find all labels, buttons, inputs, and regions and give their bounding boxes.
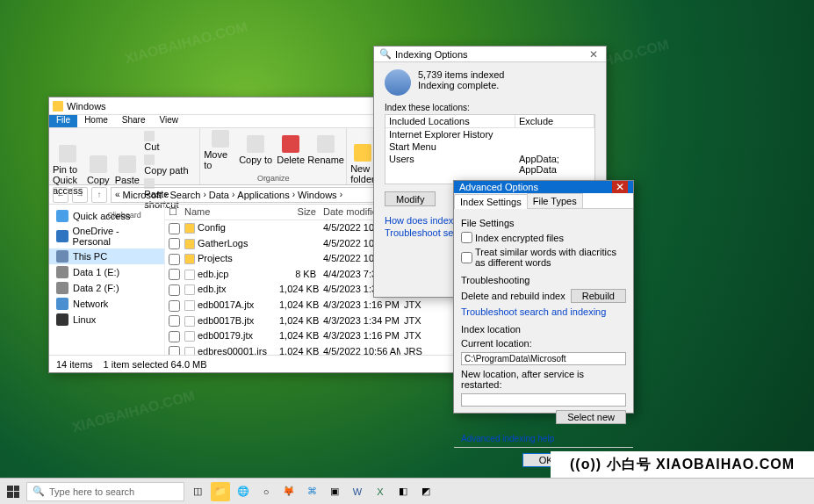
header-size[interactable]: Size (276, 205, 320, 220)
tab-home[interactable]: Home (77, 115, 115, 127)
back-button[interactable]: ← (53, 187, 68, 203)
file-settings-label: File Settings (461, 218, 626, 228)
row-checkbox[interactable] (169, 254, 180, 265)
indexing-title: Indexing Options (395, 49, 468, 60)
group-organize-label: Organize (204, 174, 342, 183)
location-row[interactable]: UsersAppData; AppData (385, 153, 594, 176)
copy-to-icon (247, 135, 264, 153)
breadcrumb-segment[interactable]: Data (209, 190, 229, 200)
tab-file[interactable]: File (49, 115, 77, 127)
advanced-title: Advanced Options (459, 182, 538, 192)
terminal-taskbar-icon[interactable]: ▣ (325, 482, 344, 501)
file-row[interactable]: edb0017B.jtx 1,024 KB 4/3/2023 1:34 PM J… (165, 313, 462, 329)
edge-taskbar-icon[interactable]: 🌐 (234, 482, 253, 501)
index-encrypted-checkbox[interactable] (461, 232, 472, 243)
tab-share[interactable]: Share (115, 115, 153, 127)
nav-item[interactable]: Linux (49, 312, 164, 328)
row-checkbox[interactable] (169, 346, 180, 355)
tab-file-types[interactable]: File Types (527, 193, 583, 208)
new-location-label: New location, after service is restarted… (461, 369, 626, 390)
cut-icon (144, 131, 155, 141)
explorer-taskbar-icon[interactable]: 📁 (211, 482, 230, 501)
copy-icon (90, 155, 107, 173)
advanced-titlebar[interactable]: Advanced Options ✕ (454, 181, 633, 193)
advanced-help-link[interactable]: Advanced indexing help (461, 434, 554, 443)
nav-icon (56, 210, 68, 222)
row-checkbox[interactable] (169, 223, 180, 234)
vscode-taskbar-icon[interactable]: ⌘ (302, 482, 321, 501)
nav-item[interactable]: OneDrive - Personal (49, 224, 164, 248)
start-button[interactable] (4, 482, 23, 501)
troubleshooting-label: Troubleshooting (461, 275, 626, 285)
nav-item[interactable]: This PC (49, 248, 164, 264)
file-icon (184, 347, 195, 355)
file-row[interactable]: edb0017A.jtx 1,024 KB 4/3/2023 1:16 PM J… (165, 298, 462, 313)
folder-icon (184, 223, 195, 234)
task-view-button[interactable]: ◫ (188, 482, 207, 501)
nav-item[interactable]: Quick access (49, 208, 164, 224)
forward-button[interactable]: → (72, 187, 88, 203)
copy-path-button[interactable]: Copy path (142, 154, 196, 176)
index-locations-label: Index these locations: (374, 103, 606, 112)
nav-label: This PC (73, 251, 107, 262)
row-checkbox[interactable] (169, 315, 180, 327)
file-row[interactable]: edb00179.jtx 1,024 KB 4/3/2023 1:16 PM J… (165, 328, 462, 344)
copy-to-button[interactable]: Copy to (239, 130, 272, 170)
index-location-label: Index location (461, 324, 626, 335)
locations-list[interactable]: Included Locations Exclude Internet Expl… (385, 114, 595, 184)
location-row[interactable]: Start Menu (385, 140, 594, 153)
nav-label: Network (73, 299, 108, 309)
move-to-button[interactable]: Move to (204, 130, 237, 170)
delete-button[interactable]: Delete (274, 130, 307, 170)
app-taskbar-icon[interactable]: ◧ (393, 482, 413, 501)
nav-item[interactable]: Data 1 (E:) (49, 264, 164, 280)
current-location-field[interactable] (461, 352, 626, 365)
up-button[interactable]: ↑ (91, 187, 107, 203)
app2-taskbar-icon[interactable]: ◩ (416, 482, 436, 501)
modify-button[interactable]: Modify (385, 191, 436, 206)
chrome-taskbar-icon[interactable]: ○ (256, 482, 276, 501)
select-new-button[interactable]: Select new (556, 410, 626, 424)
row-checkbox[interactable] (169, 300, 180, 312)
indexing-titlebar[interactable]: 🔍 Indexing Options ✕ (374, 47, 606, 62)
firefox-taskbar-icon[interactable]: 🦊 (279, 482, 299, 501)
file-row[interactable]: edbres00001.jrs 1,024 KB 4/5/2022 10:56 … (165, 344, 462, 355)
navigation-pane: Quick access OneDrive - Personal This PC… (49, 205, 165, 355)
breadcrumb-segment[interactable]: Windows (298, 190, 337, 200)
row-checkbox[interactable] (169, 238, 180, 249)
paste-icon (119, 155, 136, 173)
breadcrumb-segment[interactable]: Applications (237, 190, 289, 200)
row-checkbox[interactable] (169, 284, 180, 296)
header-name[interactable]: Name (181, 205, 276, 220)
rename-button[interactable]: Rename (309, 130, 342, 170)
excel-taskbar-icon[interactable]: X (371, 482, 390, 501)
tab-index-settings[interactable]: Index Settings (454, 194, 528, 209)
breadcrumb-path[interactable]: « Microsoft › Search › Data › Applicatio… (111, 187, 385, 203)
advanced-tabs: Index Settings File Types (454, 193, 633, 209)
close-button[interactable]: ✕ (612, 181, 628, 193)
word-taskbar-icon[interactable]: W (348, 482, 367, 501)
window-title: Windows (67, 101, 106, 112)
tab-view[interactable]: View (153, 115, 186, 127)
nav-item[interactable]: Network (49, 296, 164, 312)
cut-button[interactable]: Cut (142, 130, 196, 153)
index-encrypted-label: Index encrypted files (475, 233, 564, 243)
diacritics-checkbox[interactable] (461, 252, 472, 263)
nav-icon (56, 298, 68, 310)
row-checkbox[interactable] (169, 331, 180, 342)
location-row[interactable]: Internet Explorer History (385, 128, 594, 140)
breadcrumb-segment[interactable]: Microsoft (123, 190, 162, 200)
nav-item[interactable]: Data 2 (F:) (49, 280, 164, 296)
rename-icon (317, 135, 335, 153)
indexing-icon (385, 69, 411, 96)
file-icon (184, 331, 195, 342)
nav-icon (56, 230, 68, 242)
indexing-complete-label: Indexing complete. (418, 80, 504, 90)
taskbar-search[interactable]: 🔍Type here to search (26, 482, 184, 501)
new-location-field[interactable] (461, 393, 626, 407)
troubleshoot-link[interactable]: Troubleshoot search and indexing (461, 306, 626, 317)
rebuild-button[interactable]: Rebuild (571, 289, 626, 303)
close-button[interactable]: ✕ (587, 48, 601, 61)
breadcrumb-segment[interactable]: Search (170, 190, 201, 200)
row-checkbox[interactable] (169, 269, 180, 280)
